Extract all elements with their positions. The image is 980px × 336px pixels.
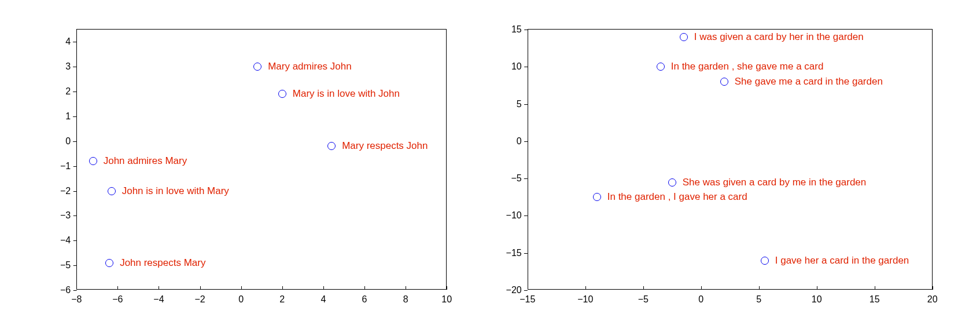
data-point (105, 259, 113, 267)
y-tick: −15 (506, 248, 522, 258)
y-tick: 4 (65, 36, 71, 47)
data-point (720, 78, 728, 86)
x-axis (76, 289, 446, 290)
plot-area-left: −8−6−4−20246810−6−5−4−3−2−101234Mary adm… (76, 29, 447, 290)
y-tick: 15 (511, 24, 522, 35)
data-point (668, 178, 676, 187)
x-tick: −5 (632, 290, 655, 305)
y-tick: −1 (60, 161, 71, 171)
y-tick: 3 (65, 61, 71, 72)
data-point (89, 157, 97, 165)
data-point-label: In the garden , I gave her a card (602, 191, 747, 203)
data-point-label: Mary is in love with John (287, 88, 400, 100)
x-tick: 4 (312, 290, 335, 305)
y-tick: 1 (65, 111, 71, 122)
data-point-label: John is in love with Mary (116, 185, 229, 197)
x-tick: −2 (189, 290, 212, 305)
y-tick: 2 (65, 86, 71, 97)
figure-wrap: −8−6−4−20246810−6−5−4−3−2−101234Mary adm… (0, 0, 980, 336)
x-tick: −10 (574, 290, 597, 305)
data-point-label: She gave me a card in the garden (729, 76, 883, 87)
y-tick: −5 (60, 260, 71, 271)
data-point-label: In the garden , she gave me a card (665, 61, 824, 72)
x-tick: 5 (747, 290, 771, 305)
x-tick: 15 (863, 290, 886, 305)
y-tick: −2 (60, 186, 71, 196)
data-point-label: John respects Mary (114, 257, 205, 269)
y-tick: 0 (517, 136, 522, 147)
data-point-label: I was given a card by her in the garden (688, 31, 864, 43)
data-point (761, 257, 769, 265)
y-axis (76, 30, 77, 290)
data-point (327, 142, 336, 150)
data-point (657, 63, 665, 71)
data-point (108, 187, 116, 195)
data-point (680, 33, 688, 41)
data-point-label: Mary respects John (336, 140, 428, 152)
x-tick: 0 (690, 290, 713, 305)
y-tick: −6 (60, 285, 71, 295)
x-tick: 6 (353, 290, 376, 305)
y-tick: 0 (65, 136, 71, 147)
data-point (278, 90, 286, 98)
y-tick: 10 (511, 61, 522, 72)
plot-area-right: −15−10−505101520−20−15−10−5051015I was g… (528, 29, 933, 290)
y-tick: −10 (506, 210, 522, 221)
data-point (593, 193, 601, 201)
y-tick: −20 (506, 285, 522, 295)
y-tick: −4 (60, 235, 71, 246)
x-tick: 10 (435, 290, 458, 305)
y-tick: −5 (511, 173, 522, 184)
x-tick: 2 (271, 290, 294, 305)
x-tick: 0 (230, 290, 253, 305)
x-tick: 8 (394, 290, 417, 305)
data-point-label: John admires Mary (98, 155, 187, 167)
y-tick: 5 (517, 99, 522, 109)
x-tick: 20 (921, 290, 944, 305)
data-point-label: She was given a card by me in the garden (677, 177, 867, 188)
x-tick: 10 (805, 290, 828, 305)
data-point (253, 63, 261, 71)
data-point-label: I gave her a card in the garden (769, 255, 909, 266)
x-tick: −4 (147, 290, 170, 305)
x-tick: −6 (106, 290, 129, 305)
scatter-right: −15−10−505101520−20−15−10−5051015I was g… (496, 29, 933, 307)
y-tick: −3 (60, 210, 71, 221)
scatter-left: −8−6−4−20246810−6−5−4−3−2−101234Mary adm… (47, 29, 447, 307)
y-axis (528, 30, 528, 290)
data-point-label: Mary admires John (262, 61, 352, 72)
